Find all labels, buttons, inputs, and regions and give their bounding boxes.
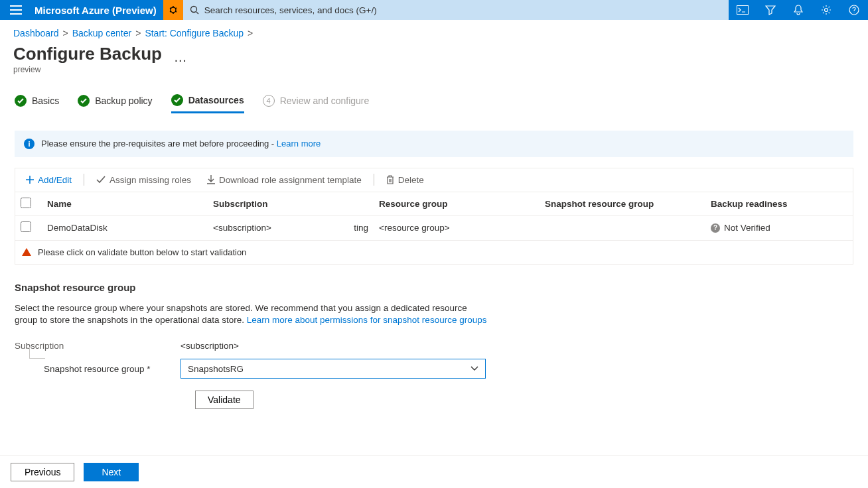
download-template-button[interactable]: Download role assignment template	[200, 172, 368, 188]
help-icon	[849, 5, 859, 15]
toolbar-separator	[84, 174, 84, 186]
add-edit-button[interactable]: Add/Edit	[19, 172, 78, 188]
subscription-value: <subscription>	[181, 341, 239, 351]
cloud-shell-button[interactable]	[729, 0, 757, 20]
step-label: Basics	[32, 95, 59, 106]
search-icon	[190, 5, 199, 15]
snapshot-rg-select[interactable]: SnapshotsRG	[181, 359, 486, 379]
breadcrumb-dashboard[interactable]: Dashboard	[13, 28, 59, 38]
directory-filter-button[interactable]	[757, 0, 784, 20]
table-row[interactable]: DemoDataDisk <subscription> ting <resour…	[15, 216, 853, 240]
step-label: Datasources	[188, 95, 244, 105]
breadcrumb-sep: >	[135, 28, 141, 38]
gear-icon	[821, 5, 832, 15]
col-name: Name	[42, 196, 208, 212]
step-datasources[interactable]: Datasources	[171, 94, 244, 113]
snapshot-rg-row: Snapshot resource group SnapshotsRG	[15, 359, 853, 379]
preview-label: preview	[13, 65, 855, 74]
download-template-label: Download role assignment template	[219, 175, 362, 185]
filter-icon	[765, 5, 776, 15]
warning-icon	[22, 248, 31, 256]
table-header-row: Name Subscription Resource group Snapsho…	[15, 192, 853, 216]
datasource-table: Name Subscription Resource group Snapsho…	[15, 192, 853, 265]
warning-text: Please click on validate button below to…	[38, 247, 246, 257]
check-icon	[15, 95, 27, 107]
breadcrumb-start-configure[interactable]: Start: Configure Backup	[145, 28, 244, 38]
info-text: Please ensure the pre-requisites are met…	[41, 139, 321, 149]
snapshot-heading: Snapshot resource group	[15, 282, 853, 293]
svg-point-0	[171, 7, 176, 13]
checkmark-icon	[96, 176, 106, 184]
page-header: Configure Backup … preview	[0, 41, 868, 74]
check-icon	[78, 95, 90, 107]
settings-button[interactable]	[812, 0, 840, 20]
chevron-down-icon	[470, 366, 478, 371]
cell-name: DemoDataDisk	[42, 220, 208, 235]
select-all-checkbox[interactable]	[21, 198, 31, 208]
snapshot-learn-more-link[interactable]: Learn more about permissions for snapsho…	[247, 315, 487, 325]
hamburger-icon	[10, 5, 22, 15]
row-checkbox[interactable]	[21, 221, 31, 232]
col-readiness: Backup readiness	[705, 196, 851, 212]
topbar: Microsoft Azure (Preview)	[0, 0, 868, 20]
plus-icon	[26, 176, 34, 184]
assign-roles-button[interactable]: Assign missing roles	[90, 172, 198, 188]
snapshot-rg-value: SnapshotsRG	[188, 364, 244, 374]
page-more-button[interactable]: …	[174, 50, 187, 65]
previous-button[interactable]: Previous	[11, 463, 74, 481]
cell-readiness: ? Not Verified	[705, 220, 851, 235]
delete-button[interactable]: Delete	[380, 172, 431, 188]
breadcrumb-backup-center[interactable]: Backup center	[72, 28, 132, 38]
breadcrumb: Dashboard > Backup center > Start: Confi…	[0, 20, 868, 41]
toolbar-separator	[374, 174, 374, 186]
col-subscription: Subscription	[208, 196, 374, 212]
download-icon	[207, 175, 215, 184]
hamburger-menu[interactable]	[0, 0, 32, 20]
col-snapshot-rg: Snapshot resource group	[540, 196, 705, 212]
info-banner: i Please ensure the pre-requisites are m…	[15, 131, 853, 157]
cell-subscription-tail: ting	[354, 223, 368, 233]
svg-point-1	[190, 7, 196, 13]
cell-snapshot-rg	[540, 225, 705, 231]
step-backup-policy[interactable]: Backup policy	[78, 95, 152, 112]
svg-point-3	[825, 9, 828, 12]
next-button[interactable]: Next	[84, 463, 139, 481]
notifications-button[interactable]	[784, 0, 812, 20]
info-text-body: Please ensure the pre-requisites are met…	[41, 139, 277, 149]
cell-resource-group: <resource group>	[374, 220, 540, 235]
subscription-row: Subscription <subscription>	[15, 341, 853, 351]
trash-icon	[386, 175, 394, 184]
step-number-icon: 4	[263, 95, 275, 107]
add-edit-label: Add/Edit	[38, 175, 72, 185]
bell-icon	[794, 5, 803, 15]
step-review: 4 Review and configure	[263, 95, 370, 112]
check-icon	[171, 94, 183, 106]
preview-bug-tile[interactable]	[163, 0, 183, 20]
search-input[interactable]	[204, 5, 722, 15]
assign-roles-label: Assign missing roles	[109, 175, 191, 185]
snapshot-section: Snapshot resource group Select the resou…	[0, 265, 868, 409]
snapshot-description: Select the resource group where your sna…	[15, 302, 492, 326]
step-label: Backup policy	[95, 95, 152, 106]
breadcrumb-sep: >	[63, 28, 68, 38]
not-verified-icon: ?	[711, 223, 720, 233]
brand-title[interactable]: Microsoft Azure (Preview)	[32, 0, 163, 20]
cloud-shell-icon	[737, 5, 749, 15]
bug-icon	[168, 5, 179, 15]
step-basics[interactable]: Basics	[15, 95, 59, 112]
datasource-toolbar: Add/Edit Assign missing roles Download r…	[15, 168, 853, 192]
cell-subscription: <subscription> ting	[208, 220, 374, 235]
topbar-utilities	[729, 0, 868, 20]
validation-warning-row: Please click on validate button below to…	[15, 240, 853, 264]
info-icon: i	[24, 139, 35, 149]
validate-button[interactable]: Validate	[195, 391, 253, 409]
help-button[interactable]	[840, 0, 868, 20]
readiness-text: Not Verified	[724, 223, 770, 233]
info-learn-more-link[interactable]: Learn more	[277, 139, 321, 149]
breadcrumb-sep: >	[248, 28, 253, 38]
field-connector	[29, 347, 45, 359]
cell-subscription-main: <subscription>	[213, 223, 271, 233]
search-bar[interactable]	[183, 0, 729, 20]
col-resource-group: Resource group	[374, 196, 540, 212]
page-title: Configure Backup	[13, 44, 162, 64]
